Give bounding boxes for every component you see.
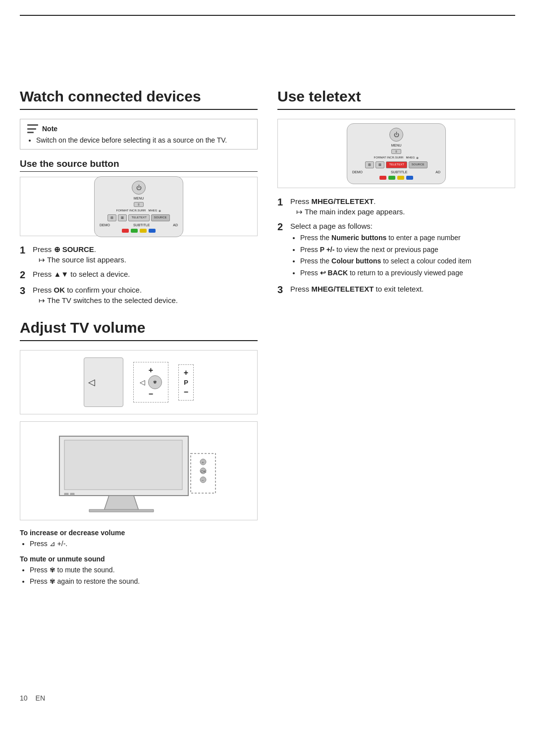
incr-btn: ⊠ bbox=[118, 214, 127, 221]
note-label: Note bbox=[42, 125, 57, 133]
watch-connected-devices-title: Watch connected devices bbox=[20, 88, 258, 110]
power-button-icon: ⏻ bbox=[132, 181, 146, 195]
mute-item-1: Press ✾ to mute the sound. bbox=[30, 564, 258, 575]
teletext-sub-2: Press P +/- to view the next or previous… bbox=[300, 245, 515, 255]
red-button bbox=[122, 229, 129, 233]
page-number: 10 bbox=[20, 694, 28, 702]
menu-button: ≡ bbox=[134, 202, 144, 207]
teletext-yellow-button bbox=[397, 176, 404, 180]
svg-text:−: − bbox=[202, 478, 204, 483]
source-btn: SOURCE bbox=[151, 214, 170, 221]
teletext-step-3-num: 3 bbox=[277, 284, 286, 296]
teletext-demo-row: DEMO SUBTITLE AD bbox=[352, 170, 440, 174]
p-plus: + bbox=[184, 369, 188, 377]
step-3-content: Press OK to confirm your choice. The TV … bbox=[33, 285, 258, 305]
mheg-bold-1: MHEG/TELETEXT bbox=[312, 197, 374, 205]
button-row: ⊞ ⊠ TELETEXT SOURCE bbox=[107, 214, 169, 221]
teletext-menu-btn: ≡ bbox=[391, 149, 401, 154]
step-2-content: Press ▲▼ to select a device. bbox=[33, 269, 258, 281]
step-1-content: Press ⊕ SOURCE. The source list appears. bbox=[33, 244, 258, 265]
teletext-source-btn: SOURCE bbox=[409, 161, 428, 168]
mute-label: To mute or unmute sound bbox=[20, 554, 258, 564]
back-bold: ↩ BACK bbox=[320, 269, 348, 277]
teletext-remote-diagram: ⏻ MENU ≡ FORMAT INCR.SURR MHEG ⊕ ⊞ ⊠ TEL… bbox=[347, 123, 446, 184]
teletext-format-btn: ⊞ bbox=[365, 161, 374, 168]
source-bold: ⊕ SOURCE bbox=[54, 245, 94, 253]
demo-subtitle-row: DEMO SUBTITLE AD bbox=[100, 223, 178, 227]
teletext-step-2-content: Select a page as follows: Press the Nume… bbox=[290, 221, 515, 280]
source-step-1: 1 Press ⊕ SOURCE. The source list appear… bbox=[20, 244, 258, 265]
volume-dashed-box: + ◁ ✾ − bbox=[133, 362, 168, 403]
teletext-step-3-content: Press MHEG/TELETEXT to exit teletext. bbox=[290, 284, 515, 296]
volume-section: Adjust TV volume ◁ + ◁ ✾ bbox=[20, 319, 258, 587]
teletext-teletext-btn: TELETEXT bbox=[386, 161, 407, 168]
teletext-step-1: 1 Press MHEG/TELETEXT. The main index pa… bbox=[277, 196, 515, 217]
tv-side-image: + OK − bbox=[20, 421, 258, 520]
teletext-step-1-arrow: The main index page appears. bbox=[296, 206, 515, 217]
menu-row: MENU bbox=[134, 197, 144, 200]
teletext-sub-3: Press the Colour buttons to select a col… bbox=[300, 256, 515, 266]
teletext-sub-steps: Press the Numeric buttons to enter a pag… bbox=[290, 233, 515, 278]
volume-notes: To increase or decrease volume Press ⊿ +… bbox=[20, 527, 258, 587]
colour-bold: Colour buttons bbox=[331, 257, 381, 265]
volume-remote-diagram: ◁ + ◁ ✾ − bbox=[84, 357, 194, 407]
blue-button bbox=[149, 229, 156, 233]
teletext-step-2-num: 2 bbox=[277, 221, 286, 280]
speaker-icon: ◁ bbox=[88, 377, 95, 388]
tv-side-panel: ◁ bbox=[84, 357, 123, 407]
step-2-num: 2 bbox=[20, 269, 29, 281]
note-text: Switch on the device before selecting it… bbox=[36, 136, 250, 144]
color-buttons bbox=[122, 229, 156, 233]
teletext-steps: 1 Press MHEG/TELETEXT. The main index pa… bbox=[277, 196, 515, 296]
p-dashed-box: + P − bbox=[178, 364, 194, 401]
mheg-bold-2: MHEG/TELETEXT bbox=[312, 285, 374, 293]
step-1-num: 1 bbox=[20, 244, 29, 265]
source-section-title: Use the source button bbox=[20, 158, 258, 172]
remote-control-diagram: ⏻ MENU ≡ FORMAT INCR.SURR MHEG ⊕ ⊞ ⊠ TEL… bbox=[94, 176, 183, 237]
vol-minus: − bbox=[149, 390, 153, 398]
teletext-step-3: 3 Press MHEG/TELETEXT to exit teletext. bbox=[277, 284, 515, 296]
teletext-menu-row: MENU bbox=[391, 144, 402, 147]
step-3-arrow: The TV switches to the selected device. bbox=[39, 295, 258, 305]
teletext-sub-4: Press ↩ BACK to return to a previously v… bbox=[300, 268, 515, 278]
teletext-btn: TELETEXT bbox=[128, 214, 149, 221]
teletext-title: Use teletext bbox=[277, 88, 515, 110]
svg-rect-0 bbox=[64, 440, 182, 490]
p-label: P bbox=[184, 379, 188, 386]
note-icon bbox=[27, 124, 38, 133]
teletext-red-button bbox=[379, 176, 386, 180]
green-button bbox=[131, 229, 138, 233]
tv-side-svg: + OK − bbox=[50, 426, 228, 515]
format-btn: ⊞ bbox=[107, 214, 116, 221]
note-box: Note Switch on the device before selecti… bbox=[20, 119, 258, 150]
teletext-power-icon: ⏻ bbox=[389, 128, 403, 142]
svg-text:+: + bbox=[202, 460, 204, 465]
teletext-sub-1: Press the Numeric buttons to enter a pag… bbox=[300, 233, 515, 243]
volume-title: Adjust TV volume bbox=[20, 319, 258, 341]
step-3-num: 3 bbox=[20, 285, 29, 305]
source-step-3: 3 Press OK to confirm your choice. The T… bbox=[20, 285, 258, 305]
yellow-button bbox=[140, 229, 147, 233]
teletext-color-buttons bbox=[379, 176, 413, 180]
svg-text:OK: OK bbox=[201, 469, 207, 474]
mute-item-2: Press ✾ again to restore the sound. bbox=[30, 576, 258, 587]
numeric-bold: Numeric buttons bbox=[331, 234, 386, 242]
teletext-step-2: 2 Select a page as follows: Press the Nu… bbox=[277, 221, 515, 280]
teletext-blue-button bbox=[406, 176, 413, 180]
source-step-2: 2 Press ▲▼ to select a device. bbox=[20, 269, 258, 281]
page-footer: 10 EN bbox=[20, 655, 515, 736]
p-plus-minus-bold: P +/- bbox=[320, 246, 335, 253]
teletext-step-1-num: 1 bbox=[277, 196, 286, 217]
svg-rect-9 bbox=[70, 493, 74, 496]
volume-remote-image: ◁ + ◁ ✾ − bbox=[20, 350, 258, 414]
step-1-arrow: The source list appears. bbox=[39, 254, 258, 265]
ok-bold: OK bbox=[54, 286, 65, 294]
source-section: Use the source button ⏻ MENU ≡ FORMAT IN… bbox=[20, 158, 258, 305]
increase-text: Press ⊿ +/-. bbox=[30, 538, 258, 549]
svg-rect-8 bbox=[64, 493, 68, 496]
increase-label: To increase or decrease volume bbox=[20, 527, 258, 538]
vol-plus: + bbox=[149, 366, 153, 374]
teletext-step-1-content: Press MHEG/TELETEXT. The main index page… bbox=[290, 196, 515, 217]
teletext-incr-btn: ⊠ bbox=[375, 161, 384, 168]
source-remote-image: ⏻ MENU ≡ FORMAT INCR.SURR MHEG ⊕ ⊞ ⊠ TEL… bbox=[20, 177, 258, 236]
